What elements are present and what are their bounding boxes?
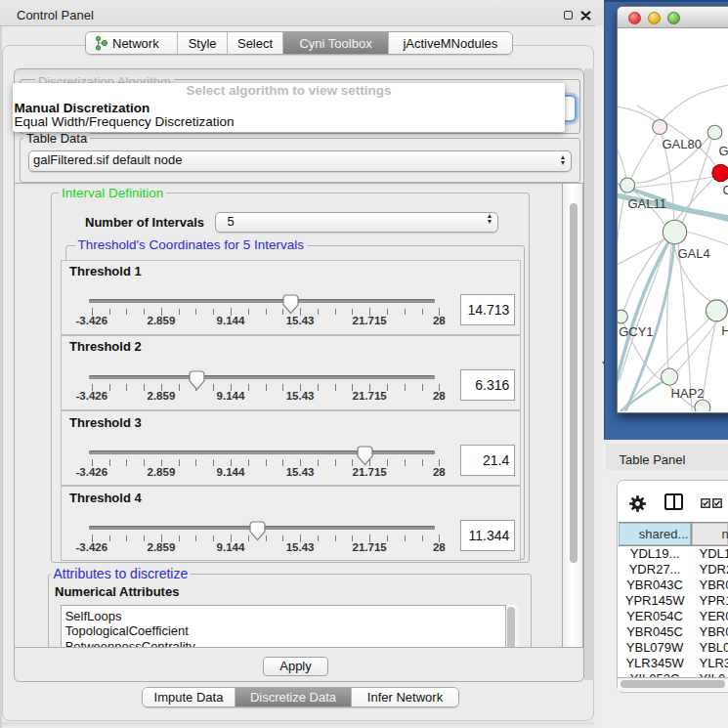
svg-text:GA: GA xyxy=(718,144,728,158)
svg-text:HAP2: HAP2 xyxy=(670,386,704,401)
svg-text:C: C xyxy=(722,183,728,197)
svg-text:GAL4: GAL4 xyxy=(677,245,709,260)
svg-text:H: H xyxy=(721,323,728,338)
svg-text:GAL11: GAL11 xyxy=(627,195,666,210)
svg-text:GCY1: GCY1 xyxy=(619,324,653,339)
svg-text:GAL80: GAL80 xyxy=(662,137,701,151)
